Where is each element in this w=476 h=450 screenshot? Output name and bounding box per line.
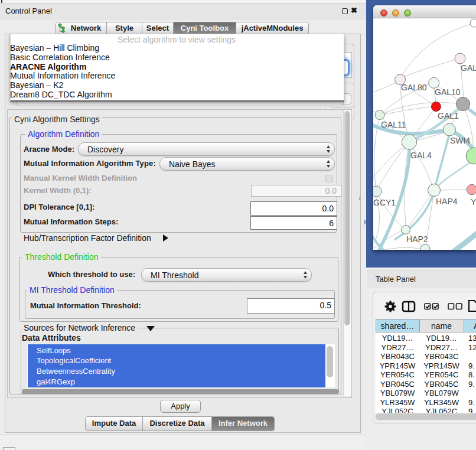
svg-text:GAL4: GAL4	[410, 151, 432, 160]
svg-text:SWI4: SWI4	[450, 136, 470, 145]
svg-text:GAL80: GAL80	[401, 83, 427, 92]
svg-text:GAL10: GAL10	[435, 87, 461, 97]
svg-text:GAL7: GAL7	[461, 63, 476, 73]
svg-text:HAP2: HAP2	[406, 234, 428, 244]
svg-text:GCY1: GCY1	[373, 198, 396, 207]
svg-text:HAP4: HAP4	[436, 197, 458, 206]
svg-text:GAL1: GAL1	[438, 111, 459, 120]
svg-text:Y: Y	[471, 197, 476, 207]
svg-text:GAL11: GAL11	[381, 120, 406, 129]
